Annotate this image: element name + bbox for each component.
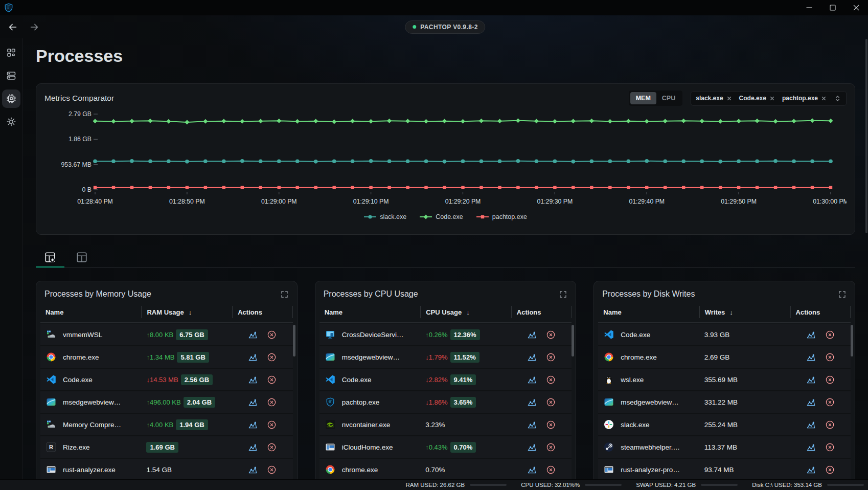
page-scrollbar[interactable] — [865, 39, 867, 233]
process-row[interactable]: Memory Compre… ↑4.00 KB1.94 GB — [40, 414, 293, 436]
column-name[interactable]: Name — [40, 306, 141, 318]
tab-table-view[interactable] — [67, 248, 96, 268]
toggle-cpu[interactable]: CPU — [656, 92, 681, 104]
legend-item[interactable]: slack.exe — [364, 213, 406, 220]
process-row[interactable]: wsl.exe 355.69 MB — [598, 369, 851, 391]
view-chart-icon[interactable] — [248, 465, 258, 475]
process-row[interactable]: Code.exe 3.93 GB — [598, 324, 851, 346]
process-multiselect[interactable]: slack.exe Code.exe pachtop.exe — [691, 91, 847, 106]
sidebar-item-settings[interactable] — [2, 113, 20, 131]
kill-process-icon[interactable] — [546, 352, 556, 362]
kill-process-icon[interactable] — [267, 330, 277, 340]
sort-desc-icon[interactable]: ↓ — [189, 308, 192, 316]
view-chart-icon[interactable] — [527, 375, 537, 385]
kill-process-icon[interactable] — [267, 465, 277, 475]
kill-process-icon[interactable] — [825, 352, 835, 362]
process-row[interactable]: msedgewebview… ↓1.79%11.52% — [319, 346, 572, 369]
process-row[interactable]: pachtop.exe ↓1.86%3.65% — [319, 391, 572, 414]
process-row[interactable]: chrome.exe 2.69 GB — [598, 346, 851, 369]
chevron-updown-icon[interactable] — [834, 95, 841, 102]
process-row[interactable]: Code.exe ↓14.53 MB2.56 GB — [40, 369, 293, 391]
process-row[interactable]: rust-analyzer.exe 1.54 GB — [40, 459, 293, 481]
process-row[interactable]: steamwebhelper.… 113.37 MB — [598, 436, 851, 459]
view-chart-icon[interactable] — [527, 420, 537, 430]
view-chart-icon[interactable] — [527, 397, 537, 407]
sort-desc-icon[interactable]: ↓ — [466, 308, 470, 316]
view-chart-icon[interactable] — [806, 465, 816, 475]
window-close-button[interactable] — [844, 0, 868, 15]
view-chart-icon[interactable] — [248, 352, 258, 362]
toggle-mem[interactable]: MEM — [630, 92, 656, 104]
nav-back-button[interactable] — [7, 21, 18, 33]
view-chart-icon[interactable] — [806, 375, 816, 385]
tab-cards-view[interactable] — [36, 248, 64, 268]
kill-process-icon[interactable] — [267, 352, 277, 362]
kill-process-icon[interactable] — [825, 375, 835, 385]
chip-remove-icon[interactable] — [821, 96, 827, 101]
nav-forward-button[interactable] — [29, 21, 40, 33]
kill-process-icon[interactable] — [825, 397, 835, 407]
process-row[interactable]: slack.exe 255.24 MB — [598, 414, 851, 436]
kill-process-icon[interactable] — [825, 330, 835, 340]
view-chart-icon[interactable] — [806, 352, 816, 362]
view-chart-icon[interactable] — [806, 397, 816, 407]
chip-remove-icon[interactable] — [726, 96, 732, 101]
view-chart-icon[interactable] — [248, 397, 258, 407]
process-row[interactable]: rust-analyzer-pro… 93.74 MB — [598, 459, 851, 481]
table-scrollbar[interactable] — [572, 325, 574, 357]
column-name[interactable]: Name — [598, 306, 699, 318]
view-chart-icon[interactable] — [806, 420, 816, 430]
sidebar-item-dashboard[interactable] — [2, 43, 20, 62]
expand-icon[interactable] — [559, 290, 567, 299]
chip-remove-icon[interactable] — [769, 96, 775, 101]
column-value[interactable]: Writes ↓ — [699, 306, 790, 318]
kill-process-icon[interactable] — [267, 397, 277, 407]
kill-process-icon[interactable] — [825, 420, 835, 430]
window-maximize-button[interactable] — [821, 0, 844, 15]
expand-icon[interactable] — [838, 290, 847, 299]
kill-process-icon[interactable] — [825, 465, 835, 475]
window-minimize-button[interactable] — [797, 0, 821, 15]
view-chart-icon[interactable] — [248, 330, 258, 340]
view-chart-icon[interactable] — [248, 420, 258, 430]
process-row[interactable]: chrome.exe ↑1.34 MB5.81 GB — [40, 346, 293, 369]
process-chip[interactable]: Code.exe — [739, 95, 775, 102]
column-value[interactable]: RAM Usage ↓ — [141, 306, 232, 318]
column-name[interactable]: Name — [319, 306, 420, 318]
process-row[interactable]: chrome.exe 0.70% — [319, 459, 572, 481]
kill-process-icon[interactable] — [267, 375, 277, 385]
process-row[interactable]: Code.exe ↓2.82%9.41% — [319, 369, 572, 391]
sidebar-item-processes[interactable] — [2, 90, 20, 108]
sidebar-item-storage[interactable] — [2, 66, 20, 85]
legend-item[interactable]: Code.exe — [420, 213, 463, 220]
view-chart-icon[interactable] — [527, 352, 537, 362]
kill-process-icon[interactable] — [546, 442, 556, 452]
view-chart-icon[interactable] — [248, 442, 258, 452]
view-chart-icon[interactable] — [527, 465, 537, 475]
view-chart-icon[interactable] — [806, 330, 816, 340]
process-row[interactable]: iCloudHome.exe ↑0.43%0.70% — [319, 436, 572, 459]
kill-process-icon[interactable] — [267, 442, 277, 452]
process-chip[interactable]: pachtop.exe — [782, 95, 827, 102]
kill-process-icon[interactable] — [546, 397, 556, 407]
kill-process-icon[interactable] — [546, 330, 556, 340]
process-chip[interactable]: slack.exe — [696, 95, 732, 102]
table-scrollbar[interactable] — [851, 325, 853, 357]
kill-process-icon[interactable] — [546, 465, 556, 475]
table-scrollbar[interactable] — [293, 325, 295, 357]
process-row[interactable]: R Rize.exe 1.69 GB — [40, 436, 293, 459]
kill-process-icon[interactable] — [825, 442, 835, 452]
kill-process-icon[interactable] — [546, 375, 556, 385]
kill-process-icon[interactable] — [267, 420, 277, 430]
process-row[interactable]: msedgewebview… 331.22 MB — [598, 391, 851, 414]
process-row[interactable]: nvcontainer.exe 3.23% — [319, 414, 572, 436]
legend-item[interactable]: pachtop.exe — [476, 213, 527, 220]
view-chart-icon[interactable] — [527, 442, 537, 452]
sort-desc-icon[interactable]: ↓ — [729, 308, 733, 316]
view-chart-icon[interactable] — [248, 375, 258, 385]
kill-process-icon[interactable] — [546, 420, 556, 430]
process-row[interactable]: CrossDeviceServi… ↑0.26%12.36% — [319, 324, 572, 346]
process-row[interactable]: msedgewebview… ↑496.00 KB2.04 GB — [40, 391, 293, 414]
process-row[interactable]: vmmemWSL ↑8.00 KB6.75 GB — [40, 324, 293, 346]
view-chart-icon[interactable] — [806, 442, 816, 452]
